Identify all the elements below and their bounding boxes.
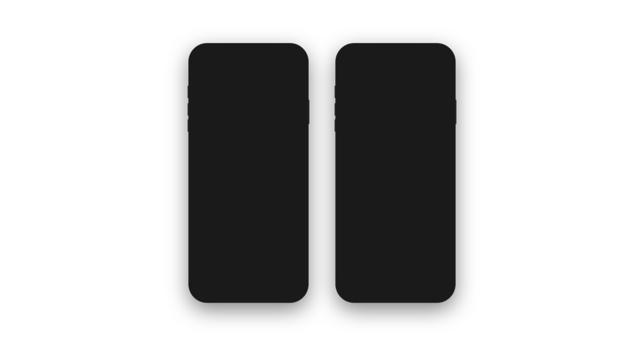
- list-item[interactable]: TOUR - Top 25 Players: [193, 125, 304, 141]
- home-indicator-right: [378, 295, 413, 296]
- list-item[interactable]: Male 15 Handicap: [193, 248, 304, 264]
- list-item[interactable]: TOUR - Average ✓: [193, 141, 304, 156]
- item-label: LPGA TOUR - Top 25 Players: [200, 268, 270, 274]
- signal-bar-r2: [418, 56, 419, 58]
- battery-icon-right: 84: [429, 54, 444, 58]
- battery-body-right: [429, 54, 438, 58]
- list-item[interactable]: Male Scratch Handicap: [193, 202, 304, 218]
- battery-fill-left: [283, 55, 288, 57]
- item-label: Male 5 Handicap: [200, 222, 240, 228]
- signal-icon-left: [269, 54, 275, 58]
- list-item[interactable]: Male 5 Handicap: [193, 218, 304, 233]
- bell-icon-right[interactable]: 🔔: [430, 71, 437, 78]
- sheet-list-left: TOUR - Top 25 Players TOUR - Average ✓ M…: [193, 125, 304, 279]
- item-label: TOUR - Top 25 Players: [200, 130, 254, 136]
- item-label: TOUR - Average: [200, 145, 239, 151]
- home-indicator-left: [231, 295, 266, 296]
- back-button-right[interactable]: ‹ Back: [344, 72, 358, 77]
- sheet-close-row-right: ✕: [340, 123, 451, 135]
- bottom-sheet-right: ✕ LPGA TOUR - Top 25 Players LPGA TOUR -…: [340, 116, 451, 298]
- back-chevron-right: ‹: [344, 72, 346, 77]
- list-item[interactable]: Male 10 Handicap: [193, 233, 304, 248]
- dynamic-island-right: [374, 53, 416, 65]
- plus-icon-right[interactable]: ⊕: [442, 71, 447, 78]
- close-button-left[interactable]: ✕: [289, 114, 298, 123]
- left-phone: 10:09 ∿ 86: [189, 44, 308, 302]
- nav-icons-left: 🔍 👤 🔔 ⊕: [259, 71, 300, 78]
- wifi-icon-left: ∿: [277, 53, 280, 58]
- item-label: TOUR - Average: [347, 277, 386, 283]
- item-label: Male D1 College: [200, 176, 239, 182]
- list-item[interactable]: LPGA TOUR - Top 25 Players: [340, 135, 451, 150]
- nav-bar-left: ‹ Back 🔍 👤 🔔 ⊕: [193, 67, 304, 82]
- screen-content-right: Display Preferences Player Ability Compa…: [340, 82, 451, 298]
- list-item[interactable]: Female Scratch Handicap: [340, 211, 451, 227]
- battery-label-right: 84: [440, 54, 444, 58]
- battery-fill-right: [430, 55, 435, 57]
- phone-screen-right: 10:19 ∿ 84: [340, 48, 451, 298]
- back-button-left[interactable]: ‹ Back: [197, 72, 211, 77]
- item-label: LPGA TOUR - Top 25 Players: [347, 139, 416, 145]
- search-icon-right[interactable]: 🔍: [406, 71, 413, 78]
- list-item[interactable]: Female 10 Handicap: [340, 242, 451, 258]
- list-item[interactable]: Female D1 College - Top 25 Players: [340, 165, 451, 181]
- sheet-list-right: LPGA TOUR - Top 25 Players LPGA TOUR - A…: [340, 135, 451, 288]
- bell-icon-left[interactable]: 🔔: [283, 71, 290, 78]
- signal-icon-right: [416, 54, 422, 58]
- list-item[interactable]: Male D1 College: [193, 172, 304, 187]
- list-item[interactable]: Male D1 College - Top 25 Players: [193, 156, 304, 172]
- item-label: LPGA TOUR - Average: [347, 154, 401, 160]
- list-item[interactable]: Female D1 College: [340, 181, 451, 196]
- item-label: Male Scratch Handicap: [200, 207, 254, 213]
- page-title-area-left: Display Preferences: [193, 82, 304, 102]
- tab-underline-right: [340, 96, 451, 97]
- battery-body-left: [282, 54, 291, 58]
- wifi-icon-right: ∿: [424, 53, 427, 58]
- status-icons-right: ∿ 84: [416, 53, 444, 58]
- person-icon-right[interactable]: 👤: [418, 71, 425, 78]
- sheet-handle-right: [389, 119, 402, 121]
- signal-bar-r4: [421, 54, 422, 58]
- island-dot-sensor-r: [409, 57, 412, 60]
- close-button-right[interactable]: ✕: [436, 123, 445, 132]
- sheet-handle-left: [242, 110, 255, 111]
- page-title-area-right: Display Preferences: [340, 82, 451, 97]
- battery-label-left: 86: [293, 54, 297, 58]
- list-item[interactable]: LPGA TOUR - Average ✓: [340, 150, 451, 165]
- back-label-left: Back: [201, 72, 211, 77]
- item-label: Female Plus Handicap: [347, 201, 400, 207]
- item-label: Male 10 Handicap: [200, 238, 243, 244]
- back-label-right: Back: [348, 72, 358, 77]
- item-label: TOUR - Top 25 Players: [347, 262, 401, 268]
- battery-tip-right: [438, 55, 439, 57]
- nav-bar-right: ‹ Back 🔍 👤 🔔 ⊕: [340, 67, 451, 82]
- list-item[interactable]: Male Plus Handicap: [193, 187, 304, 202]
- item-label: Male 15 Handicap: [200, 253, 243, 259]
- tab-label-right: Display Preferences: [346, 88, 445, 93]
- person-icon-left[interactable]: 👤: [271, 71, 278, 78]
- plus-icon-left[interactable]: ⊕: [295, 71, 300, 78]
- screen-content-left: Display Preferences ✕ TOUR - Top 25 Play…: [193, 82, 304, 298]
- dynamic-island-left: [227, 53, 270, 65]
- checkmark-icon-r: ✓: [440, 155, 444, 160]
- list-item[interactable]: Female Plus Handicap: [340, 196, 451, 211]
- search-icon-left[interactable]: 🔍: [259, 71, 266, 78]
- list-item[interactable]: TOUR - Top 25 Players: [340, 258, 451, 273]
- item-label: Female Scratch Handicap: [347, 216, 408, 222]
- phone-screen-left: 10:09 ∿ 86: [193, 48, 304, 298]
- battery-icon-left: 86: [282, 54, 297, 58]
- island-dot-sensor: [262, 57, 265, 60]
- list-item[interactable]: TOUR - Average: [340, 273, 451, 288]
- signal-bar-3: [272, 55, 273, 58]
- item-label: Female D1 College - Top 25 Players: [347, 170, 432, 176]
- sheet-close-row-left: ✕: [193, 114, 304, 125]
- back-chevron-left: ‹: [197, 72, 199, 77]
- nav-icons-right: 🔍 👤 🔔 ⊕: [406, 71, 447, 78]
- item-label: Male Plus Handicap: [200, 192, 247, 197]
- island-dot-camera-r: [403, 57, 407, 60]
- list-item[interactable]: Female 5 Handicap: [340, 227, 451, 242]
- page-title-left: Display Preferences: [199, 88, 298, 97]
- item-label: Female D1 College: [347, 185, 392, 191]
- list-item[interactable]: LPGA TOUR - Top 25 Players: [193, 264, 304, 279]
- signal-bar-r3: [419, 55, 420, 58]
